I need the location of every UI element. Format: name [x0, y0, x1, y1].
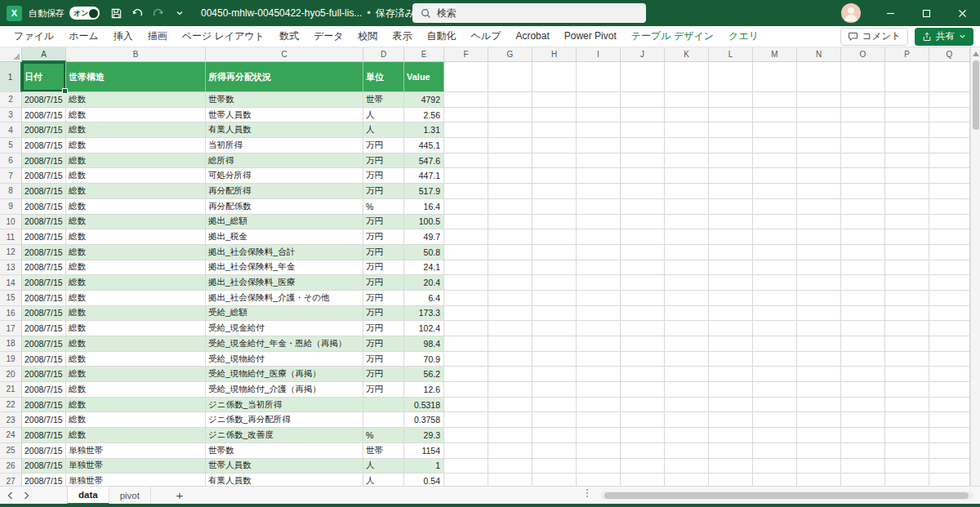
cell[interactable] — [444, 367, 488, 382]
cell[interactable] — [577, 382, 621, 398]
cell[interactable] — [665, 398, 709, 413]
cell[interactable]: 万円 — [363, 306, 404, 322]
cell[interactable] — [621, 367, 665, 382]
cell[interactable] — [797, 306, 841, 322]
cell[interactable] — [577, 321, 621, 336]
horizontal-scrollbar[interactable] — [601, 491, 973, 500]
cell[interactable]: 万円 — [363, 168, 404, 184]
cell[interactable] — [885, 108, 929, 123]
cell[interactable] — [885, 215, 929, 230]
cell[interactable] — [621, 138, 665, 153]
cell[interactable] — [709, 291, 753, 306]
cell[interactable]: 万円 — [363, 275, 404, 291]
cell[interactable] — [665, 168, 709, 184]
cell[interactable]: 総数 — [66, 321, 206, 336]
cell[interactable]: 2008/7/15 — [22, 428, 66, 443]
comments-button[interactable]: コメント — [840, 28, 908, 46]
cell[interactable] — [885, 62, 929, 92]
cell[interactable]: ジニ係数_再分配所得 — [206, 412, 363, 428]
cell[interactable]: 万円 — [363, 367, 404, 382]
sheet-tab-data[interactable]: data — [67, 487, 109, 505]
document-title[interactable]: 00450-mhlw-00450422-hyo5-full-lis... • 保… — [201, 7, 428, 20]
cell[interactable] — [621, 321, 665, 336]
cell[interactable]: 世帯数 — [206, 92, 363, 108]
cell[interactable] — [797, 92, 841, 108]
cell[interactable] — [885, 138, 929, 153]
cell[interactable] — [885, 459, 929, 474]
cell[interactable] — [841, 367, 885, 382]
cell[interactable] — [444, 184, 488, 199]
cell[interactable] — [709, 352, 753, 367]
cell[interactable]: 2008/7/15 — [22, 321, 66, 336]
cell[interactable] — [929, 62, 970, 92]
cell[interactable]: 万円 — [363, 215, 404, 230]
cell[interactable] — [665, 336, 709, 352]
cell[interactable] — [532, 199, 577, 215]
cell[interactable]: 173.3 — [404, 306, 444, 322]
cell[interactable] — [797, 62, 841, 92]
cell[interactable] — [444, 306, 488, 322]
sheet-nav-prev-icon[interactable] — [3, 487, 16, 505]
cell[interactable] — [444, 260, 488, 276]
cell[interactable]: 1 — [404, 459, 444, 474]
menu-tab-ヘルプ[interactable]: ヘルプ — [464, 26, 509, 47]
column-header-F[interactable]: F — [444, 47, 488, 62]
cell[interactable] — [621, 199, 665, 215]
cell[interactable] — [709, 306, 753, 322]
row-header-13[interactable]: 13 — [0, 260, 22, 276]
cell[interactable] — [488, 108, 532, 123]
cell[interactable]: 16.4 — [404, 199, 444, 215]
cell[interactable] — [709, 199, 753, 215]
cell[interactable] — [577, 306, 621, 322]
cell[interactable] — [488, 306, 532, 322]
cell[interactable]: 2008/7/15 — [22, 382, 66, 398]
cell[interactable] — [444, 382, 488, 398]
cell[interactable] — [621, 153, 665, 169]
menu-tab-ファイル[interactable]: ファイル — [7, 26, 61, 47]
cell[interactable] — [885, 321, 929, 336]
row-header-15[interactable]: 15 — [0, 291, 22, 306]
cell[interactable]: 24.1 — [404, 260, 444, 276]
row-header-27[interactable]: 27 — [0, 474, 22, 486]
cell[interactable] — [488, 62, 532, 92]
cell[interactable] — [488, 215, 532, 230]
scrollbar-grip-icon[interactable] — [586, 489, 588, 497]
cell[interactable] — [532, 336, 577, 352]
cell[interactable] — [488, 199, 532, 215]
cell[interactable] — [841, 306, 885, 322]
cell[interactable]: 2008/7/15 — [22, 291, 66, 306]
cell[interactable] — [444, 459, 488, 474]
cell[interactable] — [841, 92, 885, 108]
cell[interactable]: 547.6 — [404, 153, 444, 169]
row-header-17[interactable]: 17 — [0, 321, 22, 336]
cell[interactable] — [797, 291, 841, 306]
cell[interactable] — [577, 260, 621, 276]
cell[interactable]: 2008/7/15 — [22, 168, 66, 184]
cell[interactable] — [797, 367, 841, 382]
cell[interactable]: ジニ係数_当初所得 — [206, 398, 363, 413]
cell[interactable]: 再分配所得 — [206, 184, 363, 199]
cell[interactable] — [621, 428, 665, 443]
cell[interactable]: 2.56 — [404, 108, 444, 123]
cell[interactable] — [841, 122, 885, 138]
cell[interactable] — [621, 275, 665, 291]
cell[interactable] — [621, 306, 665, 322]
cell[interactable] — [532, 122, 577, 138]
cell[interactable] — [665, 122, 709, 138]
cell[interactable] — [885, 229, 929, 245]
cell[interactable] — [488, 474, 532, 486]
cell[interactable] — [665, 474, 709, 486]
cell[interactable] — [532, 62, 577, 92]
cell[interactable] — [363, 398, 404, 413]
cell[interactable] — [665, 184, 709, 199]
cell[interactable] — [665, 92, 709, 108]
cell[interactable]: 拠出_社会保険料_合計 — [206, 245, 363, 260]
cell[interactable] — [577, 184, 621, 199]
cell[interactable] — [797, 229, 841, 245]
cell[interactable] — [753, 260, 797, 276]
cell[interactable] — [709, 321, 753, 336]
cell[interactable]: 2008/7/15 — [22, 336, 66, 352]
cell[interactable] — [841, 443, 885, 459]
cell[interactable] — [709, 138, 753, 153]
cell[interactable] — [709, 398, 753, 413]
